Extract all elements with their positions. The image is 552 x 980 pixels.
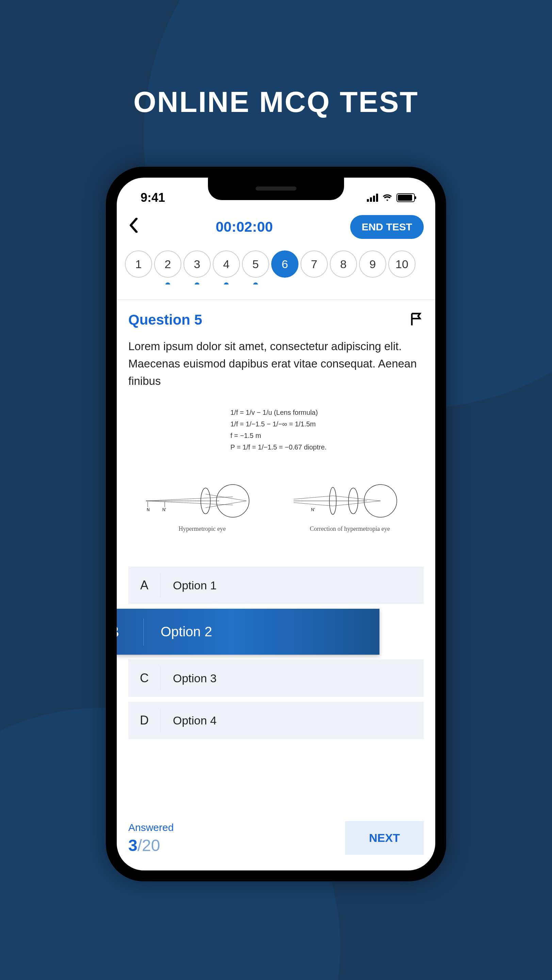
end-test-button[interactable]: END TEST: [350, 215, 424, 239]
page-title: ONLINE MCQ TEST: [0, 85, 552, 119]
question-nav-button[interactable]: 4: [213, 250, 240, 278]
signal-icon: [367, 194, 378, 202]
svg-text:N: N: [147, 508, 150, 512]
question-nav-item-10[interactable]: 10: [388, 250, 415, 278]
svg-line-5: [146, 497, 233, 501]
question-nav-button[interactable]: 9: [359, 250, 386, 278]
battery-icon: [396, 193, 415, 202]
question-nav-button[interactable]: 3: [183, 250, 211, 278]
phone-inner: 9:41 00:02:00 END: [113, 174, 439, 874]
question-nav-item-3[interactable]: 3: [183, 250, 211, 278]
question-nav-button[interactable]: 8: [330, 250, 357, 278]
question-nav-item-9[interactable]: 9: [359, 250, 386, 278]
phone-notch: [208, 178, 344, 200]
question-nav-item-7[interactable]: 7: [301, 250, 328, 278]
question-nav-button[interactable]: 7: [301, 250, 328, 278]
notch-speaker: [256, 186, 296, 191]
answered-label: Answered: [128, 822, 173, 833]
svg-line-6: [146, 501, 233, 505]
answered-number: 3: [128, 837, 137, 854]
phone-frame: 9:41 00:02:00 END: [106, 167, 446, 881]
answered-count: 3/20: [128, 836, 173, 855]
question-diagram: 1/f = 1/v − 1/u (Lens formula)1/f = 1/−1…: [128, 400, 424, 546]
option-d[interactable]: DOption 4: [128, 702, 424, 739]
question-nav-button[interactable]: 2: [154, 250, 181, 278]
formula-line: 1/f = 1/v − 1/u (Lens formula): [231, 407, 327, 418]
option-text: Option 2: [144, 624, 212, 640]
question-nav-item-5[interactable]: 5: [242, 250, 269, 278]
question-nav-item-2[interactable]: 2: [154, 250, 181, 278]
options-list: AOption 1BOption 2COption 3DOption 4: [128, 566, 424, 739]
formula-line: f = −1.5 m: [231, 430, 327, 441]
question-nav-button[interactable]: 1: [125, 250, 152, 278]
eye-diagram-left: N N' Hypermetropic eye: [144, 480, 260, 533]
option-text: Option 4: [161, 714, 217, 727]
svg-text:N': N': [162, 508, 166, 512]
back-button[interactable]: [128, 218, 138, 237]
question-nav-item-1[interactable]: 1: [125, 250, 152, 278]
option-letter: D: [128, 708, 161, 732]
phone-screen: 9:41 00:02:00 END: [117, 178, 435, 870]
svg-line-17: [294, 503, 333, 506]
eye-diagrams: N N' Hypermetropic eye: [128, 480, 424, 533]
question-header: Question 5: [128, 312, 424, 328]
eye-label-right: Correction of hypermetropia eye: [292, 525, 408, 533]
question-nav-item-4[interactable]: 4: [213, 250, 240, 278]
question-section: Question 5 Lorem ipsum dolor sit amet, c…: [117, 300, 435, 739]
formula-line: 1/f = 1/−1.5 − 1/−∞ = 1/1.5m: [231, 418, 327, 430]
question-title: Question 5: [128, 312, 202, 328]
svg-line-19: [333, 501, 380, 506]
svg-line-16: [294, 496, 333, 499]
eye-diagram-right: N' Correction of hypermetropia eye: [292, 480, 408, 533]
answered-dot-icon: [224, 282, 229, 285]
option-text: Option 3: [161, 672, 217, 685]
status-icons: [367, 193, 415, 202]
footer: Answered 3/20 NEXT: [128, 821, 424, 855]
svg-point-8: [216, 485, 249, 517]
formula-text: 1/f = 1/v − 1/u (Lens formula)1/f = 1/−1…: [231, 407, 327, 453]
flag-icon[interactable]: [409, 312, 424, 328]
answered-block: Answered 3/20: [128, 822, 173, 855]
option-text: Option 1: [161, 579, 217, 592]
question-text: Lorem ipsum dolor sit amet, consectetur …: [128, 337, 424, 390]
svg-line-10: [205, 501, 247, 508]
answered-dot-icon: [195, 282, 199, 285]
question-nav-button[interactable]: 10: [388, 250, 415, 278]
option-letter: B: [117, 618, 144, 646]
option-c[interactable]: COption 3: [128, 659, 424, 697]
eye-label-left: Hypermetropic eye: [144, 525, 260, 533]
svg-text:N': N': [311, 508, 315, 512]
svg-line-9: [205, 494, 247, 501]
question-nav-item-6[interactable]: 6: [271, 250, 299, 278]
next-button[interactable]: NEXT: [345, 821, 424, 855]
option-letter: C: [128, 666, 161, 690]
formula-line: P = 1/f = 1/−1.5 = −0.67 dioptre.: [231, 441, 327, 453]
option-selected-b[interactable]: BOption 2: [117, 609, 379, 655]
wifi-icon: [382, 193, 392, 202]
status-time: 9:41: [140, 191, 165, 205]
question-nav-item-8[interactable]: 8: [330, 250, 357, 278]
option-a[interactable]: AOption 1: [128, 566, 424, 604]
answered-total: /20: [137, 837, 160, 854]
timer-display: 00:02:00: [145, 219, 344, 235]
question-nav-button[interactable]: 5: [242, 250, 269, 278]
svg-line-18: [333, 496, 380, 501]
question-nav-button[interactable]: 6: [271, 250, 299, 278]
question-navigator[interactable]: 12345678910: [117, 246, 435, 285]
option-letter: A: [128, 573, 161, 597]
answered-dot-icon: [165, 282, 170, 285]
answered-dot-icon: [253, 282, 258, 285]
app-header: 00:02:00 END TEST: [117, 208, 435, 246]
